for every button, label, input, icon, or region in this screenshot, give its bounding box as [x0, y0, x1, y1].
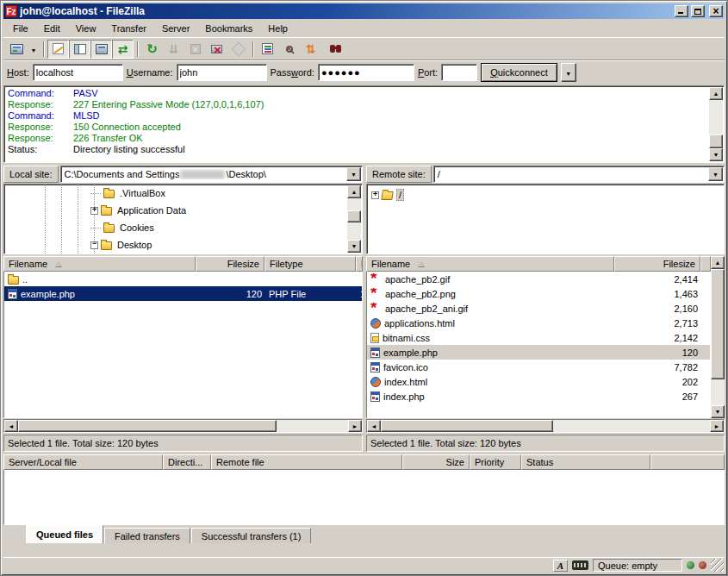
column-header-server-local-file[interactable]: Server/Local file [3, 454, 163, 470]
toggle-remote-tree-button[interactable] [90, 40, 112, 59]
local-horizontal-scrollbar[interactable] [3, 419, 363, 433]
cancel-icon [190, 44, 201, 54]
scroll-thumb[interactable] [381, 420, 553, 432]
scroll-up-button[interactable] [347, 185, 361, 198]
column-header-priority[interactable]: Priority [470, 454, 521, 470]
scroll-right-button[interactable] [348, 420, 362, 432]
toggle-local-tree-button[interactable] [69, 40, 90, 59]
scroll-thumb[interactable] [18, 420, 277, 432]
scroll-track[interactable] [381, 420, 710, 432]
scroll-left-button[interactable] [367, 420, 381, 432]
column-header-size[interactable]: Size [402, 454, 470, 470]
scroll-track[interactable] [709, 100, 723, 148]
column-header-status[interactable]: Status [521, 454, 650, 470]
remote-vertical-scrollbar[interactable] [711, 256, 725, 418]
menu-help[interactable]: Help [260, 21, 296, 36]
tree-item-cookies[interactable]: Cookies [90, 220, 156, 235]
menu-bookmarks[interactable]: Bookmarks [197, 21, 260, 36]
menu-view[interactable]: View [68, 21, 104, 36]
file-row[interactable]: index.php267 [367, 389, 710, 404]
scroll-up-button[interactable] [711, 256, 725, 269]
password-input[interactable] [318, 64, 414, 81]
file-row[interactable]: bitnami.css2,142 [367, 330, 710, 345]
username-input[interactable] [177, 64, 267, 81]
file-row[interactable]: favicon.ico7,782 [367, 360, 710, 374]
scroll-left-button[interactable] [4, 420, 18, 432]
column-header-filename[interactable]: Filename [366, 256, 614, 272]
scroll-track[interactable] [347, 198, 361, 240]
expand-plus-icon[interactable] [90, 207, 98, 215]
port-input[interactable] [441, 64, 477, 81]
file-row[interactable]: index.html202 [367, 374, 710, 389]
column-header-filesize[interactable]: Filesize [196, 256, 264, 272]
site-manager-dropdown-button[interactable] [28, 40, 40, 59]
scroll-thumb[interactable] [709, 135, 723, 148]
transfer-type-icon[interactable]: A [553, 560, 568, 572]
column-header-direction[interactable]: Directi... [163, 454, 211, 470]
scroll-up-button[interactable] [709, 87, 723, 100]
log-scrollbar[interactable] [709, 87, 723, 161]
minimize-button[interactable] [675, 5, 688, 17]
maximize-button[interactable] [691, 5, 705, 17]
resize-grip[interactable] [711, 559, 724, 572]
directory-comparison-button[interactable] [278, 40, 300, 59]
local-site-combobox[interactable]: C:\Documents and Settings\Desktop\ [60, 166, 363, 183]
cancel-operation-button[interactable] [184, 40, 206, 59]
file-row[interactable]: applications.html2,713 [367, 316, 710, 330]
host-input[interactable] [33, 64, 123, 81]
remote-site-dropdown-button[interactable] [708, 167, 723, 181]
column-header-filetype[interactable]: Filetype [264, 256, 356, 272]
file-row-example-php[interactable]: example.php120 [367, 345, 710, 360]
file-row[interactable]: apache_pb2.gif2,414 [367, 272, 710, 286]
quickconnect-button[interactable]: Quickconnect [481, 63, 557, 82]
tab-queued-files[interactable]: Queued files [26, 525, 103, 543]
column-header-remote-file[interactable]: Remote file [211, 454, 402, 470]
column-header-last-modified[interactable]: L [356, 256, 363, 272]
remote-horizontal-scrollbar[interactable] [366, 419, 725, 433]
file-row[interactable]: apache_pb2_ani.gif2,160 [367, 301, 710, 316]
process-queue-button[interactable] [163, 40, 184, 59]
scroll-thumb[interactable] [347, 210, 361, 222]
remote-site-combobox[interactable]: / [433, 166, 725, 183]
menu-edit[interactable]: Edit [36, 21, 68, 36]
disconnect-button[interactable] [206, 40, 227, 59]
file-row-example-php[interactable]: example.php 120 PHP File 1 [4, 286, 362, 301]
scroll-right-button[interactable] [710, 420, 724, 432]
scroll-track[interactable] [18, 420, 348, 432]
local-tree-scrollbar[interactable] [347, 185, 361, 253]
expand-plus-icon[interactable] [371, 191, 379, 199]
file-row-parent-dir[interactable]: .. [4, 272, 362, 286]
toggle-message-log-button[interactable] [47, 40, 69, 59]
menu-transfer[interactable]: Transfer [103, 21, 154, 36]
filter-button[interactable] [257, 40, 278, 59]
menu-server[interactable]: Server [154, 21, 197, 36]
synchronized-browsing-button[interactable] [300, 40, 321, 59]
scroll-down-button[interactable] [709, 148, 723, 161]
refresh-button[interactable] [141, 40, 163, 59]
scroll-track[interactable] [711, 269, 725, 405]
tree-item-application-data[interactable]: Application Data [90, 203, 188, 218]
tree-item-desktop[interactable]: Desktop [90, 237, 153, 253]
toggle-transfer-queue-button[interactable] [112, 40, 134, 59]
tree-item-virtualbox[interactable]: .VirtualBox [90, 185, 167, 201]
local-site-dropdown-button[interactable] [346, 167, 361, 181]
collapse-minus-icon[interactable] [90, 241, 98, 249]
scroll-down-button[interactable] [711, 405, 725, 418]
quickconnect-dropdown-button[interactable] [561, 63, 576, 82]
column-header-filesize[interactable]: Filesize [614, 256, 700, 272]
column-header-filename[interactable]: Filename [3, 256, 196, 272]
scroll-down-button[interactable] [347, 240, 361, 253]
tree-item-root[interactable]: / [371, 187, 404, 203]
close-icon [712, 6, 719, 16]
scroll-thumb[interactable] [711, 269, 725, 379]
reconnect-button[interactable] [227, 40, 249, 59]
file-row[interactable]: apache_pb2.png1,463 [367, 286, 710, 301]
tab-successful-transfers[interactable]: Successful transfers (1) [191, 528, 312, 543]
menu-file[interactable]: File [5, 21, 36, 36]
close-button[interactable] [709, 5, 723, 17]
site-manager-button[interactable] [6, 40, 28, 59]
find-files-button[interactable] [321, 40, 343, 59]
tab-failed-transfers[interactable]: Failed transfers [104, 528, 190, 543]
speed-limit-icon[interactable] [572, 560, 588, 570]
app-icon[interactable]: Fz [5, 5, 17, 17]
